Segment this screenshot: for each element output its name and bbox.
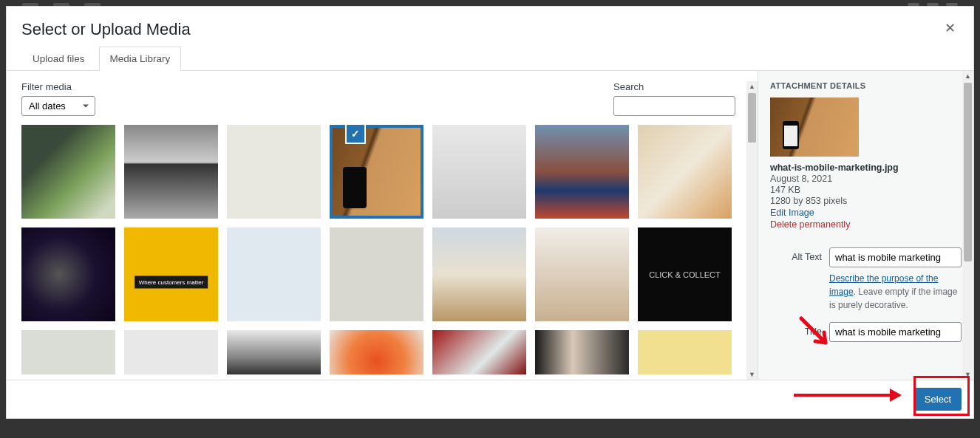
- media-item-yellow-sign[interactable]: [124, 227, 218, 321]
- media-item-bag[interactable]: [535, 227, 629, 321]
- filter-date-select[interactable]: All dates: [21, 96, 95, 116]
- tab-upload-files[interactable]: Upload files: [21, 47, 96, 71]
- edit-image-link[interactable]: Edit Image: [770, 208, 962, 218]
- media-item-desk[interactable]: [638, 125, 732, 219]
- attachment-filename: what-is-mobile-marketing.jpg: [770, 162, 962, 173]
- media-item-sticky[interactable]: [638, 330, 732, 374]
- scroll-down-icon[interactable]: ▼: [749, 371, 755, 378]
- media-item-phone-selected[interactable]: [330, 125, 423, 219]
- grid-scrollbar[interactable]: ▲ ▼: [746, 81, 758, 380]
- filter-media-group: Filter media All dates: [21, 81, 95, 116]
- media-modal: Select or Upload Media ✕ Upload files Me…: [6, 6, 974, 419]
- scrollbar-thumb[interactable]: [748, 93, 756, 143]
- media-item-whiteboard[interactable]: [227, 125, 321, 219]
- library-pane: Filter media All dates Search: [7, 71, 758, 380]
- media-item-laptop[interactable]: [124, 125, 218, 219]
- media-item-legs[interactable]: [21, 330, 115, 374]
- media-item-audience[interactable]: [330, 227, 423, 321]
- media-item-citrus[interactable]: [330, 330, 423, 374]
- search-media-label: Search: [613, 81, 735, 92]
- media-item-laptop2[interactable]: [227, 330, 321, 374]
- alt-text-label: Alt Text: [770, 247, 822, 262]
- media-item-face[interactable]: [535, 330, 629, 374]
- title-label: Title: [770, 322, 822, 337]
- search-input[interactable]: [613, 96, 735, 116]
- select-button[interactable]: Select: [914, 388, 962, 411]
- tab-media-library[interactable]: Media Library: [99, 47, 182, 71]
- content-area: Filter media All dates Search: [7, 71, 973, 380]
- alt-text-input[interactable]: [829, 247, 962, 267]
- attachment-details-sidebar: ATTACHMENT DETAILS what-is-mobile-market…: [758, 71, 973, 380]
- sidebar-scrollbar-thumb[interactable]: [964, 83, 972, 261]
- search-media-group: Search: [613, 81, 735, 116]
- media-item-pencils[interactable]: [124, 330, 218, 374]
- filter-media-label: Filter media: [21, 81, 95, 92]
- delete-link[interactable]: Delete permanently: [770, 219, 962, 230]
- library-toolbar: Filter media All dates Search: [21, 81, 747, 116]
- media-grid-wrap: CLICK & COLLECT: [21, 125, 747, 380]
- scroll-up-icon[interactable]: ▲: [749, 83, 755, 90]
- tab-bar: Upload files Media Library: [7, 47, 973, 71]
- media-item-seo[interactable]: [432, 125, 526, 219]
- media-item-beach[interactable]: [432, 227, 526, 321]
- media-item-money[interactable]: [21, 125, 115, 219]
- attachment-filesize: 147 KB: [770, 185, 962, 195]
- media-item-click-collect[interactable]: CLICK & COLLECT: [638, 227, 732, 321]
- media-item-athlete[interactable]: [535, 125, 629, 219]
- media-item-pins[interactable]: [227, 227, 321, 321]
- attachment-form: Alt Text Describe the purpose of the ima…: [770, 247, 962, 342]
- attachment-dimensions: 1280 by 853 pixels: [770, 196, 962, 206]
- modal-header: Select or Upload Media ✕: [7, 7, 973, 47]
- title-input[interactable]: [829, 322, 962, 342]
- media-grid: CLICK & COLLECT: [21, 125, 747, 380]
- close-icon[interactable]: ✕: [942, 20, 959, 36]
- sidebar-scrollbar[interactable]: ▲ ▼: [962, 71, 973, 380]
- attachment-preview: [770, 97, 859, 157]
- attachment-date: August 8, 2021: [770, 174, 962, 184]
- media-item-mic[interactable]: [21, 227, 115, 321]
- alt-help-text: Describe the purpose of the image. Leave…: [829, 272, 962, 312]
- modal-title: Select or Upload Media: [21, 20, 191, 39]
- sidebar-scroll-up-icon[interactable]: ▲: [964, 72, 971, 80]
- media-item-red[interactable]: [432, 330, 526, 374]
- annotation-arrow-select-icon: [794, 390, 908, 400]
- modal-footer: Select: [7, 380, 973, 418]
- details-heading: ATTACHMENT DETAILS: [770, 81, 962, 90]
- sidebar-scroll-down-icon[interactable]: ▼: [964, 371, 971, 378]
